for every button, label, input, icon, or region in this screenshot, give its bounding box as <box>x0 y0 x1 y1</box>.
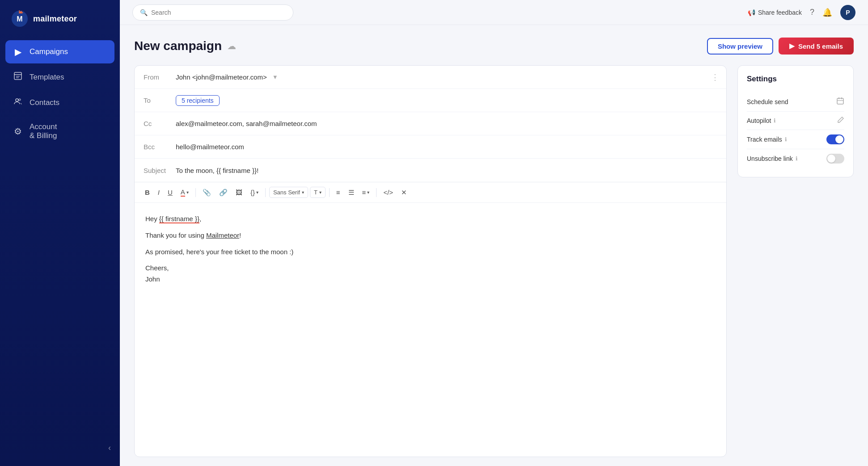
toolbar-divider-1 <box>195 188 196 197</box>
cc-field-row: Cc alex@mailmeteor.com, sarah@mailmeteor… <box>135 112 726 135</box>
track-emails-row: Track emails ℹ <box>747 130 844 149</box>
code-icon: </> <box>383 189 393 196</box>
font-dropdown-icon: ▾ <box>302 190 304 195</box>
image-icon: 🖼 <box>236 189 242 196</box>
autopilot-label: Autopilot ℹ <box>747 117 776 124</box>
recipients-badge[interactable]: 5 recipients <box>176 95 220 106</box>
text-color-button[interactable]: A ▾ <box>178 186 192 199</box>
schedule-send-icon[interactable] <box>836 97 844 107</box>
search-input[interactable] <box>151 9 286 16</box>
email-body-line3: As promised, here's your free ticket to … <box>145 247 716 258</box>
sidebar-item-contacts[interactable]: Contacts <box>5 91 114 114</box>
track-emails-label: Track emails ℹ <box>747 136 787 143</box>
code-button[interactable]: </> <box>380 186 396 198</box>
help-icon[interactable]: ? <box>810 8 814 17</box>
font-size-label: T <box>314 189 318 196</box>
align-icon: ≡ <box>362 189 366 196</box>
templates-icon <box>13 71 23 83</box>
topbar-right: 📢 Share feedback ? 🔔 P <box>748 5 855 20</box>
to-field-row: To 5 recipients <box>135 89 726 112</box>
underline-button[interactable]: U <box>165 186 176 198</box>
page-title: New campaign <box>134 39 222 53</box>
body-greeting-pre: Hey <box>145 215 159 223</box>
font-size-selector[interactable]: T ▾ <box>310 187 326 198</box>
to-label: To <box>144 97 176 104</box>
bold-button[interactable]: B <box>142 186 153 198</box>
italic-button[interactable]: I <box>155 186 163 198</box>
from-address: John <john@mailmeteor.com> <box>176 73 267 81</box>
show-preview-button[interactable]: Show preview <box>707 38 773 55</box>
sidebar-item-label-account-billing: Account& Billing <box>30 122 57 140</box>
variable-button[interactable]: {} ▾ <box>247 186 262 198</box>
search-box[interactable]: 🔍 <box>132 4 293 21</box>
cc-value: alex@mailmeteor.com, sarah@mailmeteor.co… <box>176 120 717 127</box>
sidebar-item-label-contacts: Contacts <box>30 98 59 107</box>
avatar[interactable]: P <box>840 5 855 20</box>
sidebar-item-campaigns[interactable]: ▶ Campaigns <box>5 40 114 63</box>
share-feedback-label: Share feedback <box>758 9 802 16</box>
svg-point-6 <box>16 99 18 101</box>
svg-rect-8 <box>837 98 843 104</box>
unsubscribe-info-icon: ℹ <box>796 155 798 162</box>
schedule-send-label: Schedule send <box>747 98 788 105</box>
sidebar-item-templates[interactable]: Templates <box>5 65 114 89</box>
font-size-dropdown-icon: ▾ <box>319 190 322 195</box>
track-emails-toggle[interactable] <box>826 134 844 144</box>
schedule-send-row: Schedule send <box>747 92 844 112</box>
from-value: John <john@mailmeteor.com> ▼ <box>176 73 717 81</box>
sidebar-collapse-button[interactable]: ‹ <box>5 439 114 457</box>
unsubscribe-link-toggle[interactable] <box>826 154 844 164</box>
unsubscribe-link-row: Unsubscribe link ℹ <box>747 149 844 168</box>
cloud-save-icon: ☁ <box>227 41 236 51</box>
account-billing-icon: ⚙ <box>13 126 23 137</box>
page-title-area: New campaign ☁ <box>134 39 236 53</box>
content-area: New campaign ☁ Show preview ▶ Send 5 ema… <box>120 25 868 466</box>
clear-format-button[interactable]: ✕ <box>398 186 410 199</box>
notification-icon[interactable]: 🔔 <box>822 8 832 17</box>
subject-value[interactable]: To the moon, {{ firstname }}! <box>176 167 717 174</box>
email-signature: Cheers, John <box>145 263 716 285</box>
underline-icon: U <box>168 189 173 196</box>
from-field-row: From John <john@mailmeteor.com> ▼ ⋮ <box>135 66 726 89</box>
bullet-list-button[interactable]: ≡ <box>333 186 343 198</box>
header-actions: Show preview ▶ Send 5 emails <box>707 38 854 55</box>
bcc-address: hello@mailmeteor.com <box>176 143 244 151</box>
send-button-label: Send 5 emails <box>798 42 843 50</box>
subject-label: Subject <box>144 167 176 174</box>
toolbar-divider-3 <box>329 188 330 197</box>
toolbar-divider-2 <box>265 188 266 197</box>
bcc-field-row: Bcc hello@mailmeteor.com <box>135 135 726 159</box>
email-card: From John <john@mailmeteor.com> ▼ ⋮ To 5… <box>134 65 727 457</box>
font-label: Sans Serif <box>273 189 300 196</box>
settings-panel: Settings Schedule send Autopilot ℹ <box>737 65 854 177</box>
email-editor-body[interactable]: Hey {{ firstname }}, Thank you for using… <box>135 203 726 457</box>
sidebar-nav: ▶ Campaigns Templates Contacts ⚙ Account… <box>0 40 120 432</box>
body-thanks-pre: Thank you for using <box>145 231 206 239</box>
font-selector[interactable]: Sans Serif ▾ <box>269 187 308 198</box>
search-icon: 🔍 <box>140 9 148 16</box>
bold-icon: B <box>145 189 150 196</box>
logo-icon: M <box>11 10 29 28</box>
send-emails-button[interactable]: ▶ Send 5 emails <box>779 38 854 55</box>
logo-area: M mailmeteor <box>0 0 120 40</box>
mailmeteor-link[interactable]: Mailmeteor <box>206 231 239 239</box>
main-area: 🔍 📢 Share feedback ? 🔔 P New campaign ☁ … <box>120 0 868 466</box>
topbar: 🔍 📢 Share feedback ? 🔔 P <box>120 0 868 25</box>
chevron-left-icon: ‹ <box>108 443 111 453</box>
attach-button[interactable]: 📎 <box>199 186 214 199</box>
autopilot-edit-icon[interactable] <box>837 116 844 125</box>
sign-line1: Cheers, <box>145 264 169 272</box>
sign-line2: John <box>145 275 160 283</box>
body-greeting-post: , <box>199 215 201 223</box>
share-feedback-button[interactable]: 📢 Share feedback <box>748 9 802 16</box>
sidebar-item-account-billing[interactable]: ⚙ Account& Billing <box>5 116 114 147</box>
image-button[interactable]: 🖼 <box>233 186 246 198</box>
check-list-button[interactable]: ☰ <box>345 186 357 199</box>
variable-dropdown-icon: ▾ <box>256 190 258 195</box>
align-button[interactable]: ≡ ▾ <box>359 186 373 198</box>
from-field-menu-icon[interactable]: ⋮ <box>711 72 719 82</box>
composer-area: From John <john@mailmeteor.com> ▼ ⋮ To 5… <box>134 65 854 457</box>
autopilot-row: Autopilot ℹ <box>747 112 844 130</box>
from-dropdown-icon[interactable]: ▼ <box>272 74 278 80</box>
link-button[interactable]: 🔗 <box>216 186 231 199</box>
